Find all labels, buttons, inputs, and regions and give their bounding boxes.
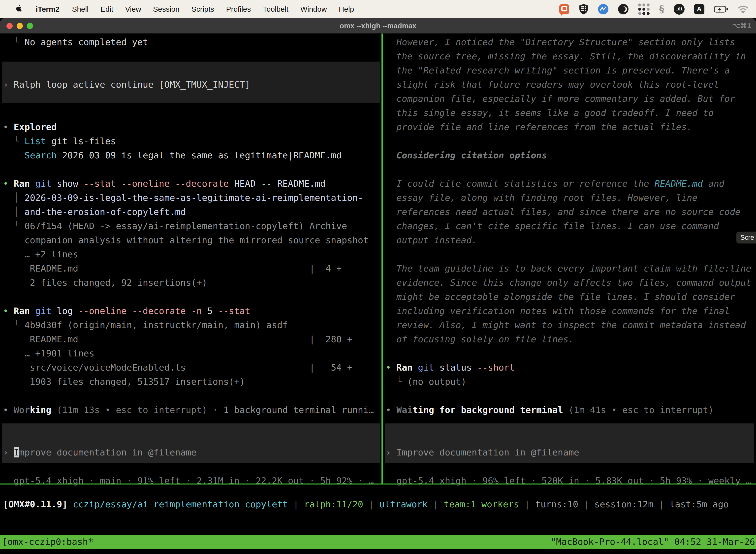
menu-item-iterm2[interactable]: iTerm2 <box>28 5 66 13</box>
terminal-line: └ 4b9d30f (origin/main, instructkr/main,… <box>3 318 381 332</box>
terminal-line: the source tree, missing the essay. Stil… <box>386 49 756 63</box>
menu-item-window[interactable]: Window <box>295 5 333 13</box>
terminal-line: … +2 lines <box>3 247 381 261</box>
terminal-line <box>386 134 756 148</box>
battery-charging-icon[interactable] <box>714 5 728 13</box>
pane-divider[interactable] <box>381 34 383 484</box>
terminal-line: README.md | 280 + <box>3 332 381 346</box>
terminal-line: › Improve documentation in @filename <box>386 445 756 459</box>
terminal-line: Considering citation options <box>386 148 756 162</box>
terminal-line: review. Also, I might want to inspect th… <box>386 318 756 332</box>
terminal-line: └ List git ls-files <box>3 134 381 148</box>
iterm-window: omx --xhigh --madmax ⌥⌘1 └ No agents com… <box>0 18 756 554</box>
menu-item-profiles[interactable]: Profiles <box>220 5 257 13</box>
terminal-area: └ No agents completed yet› Ralph loop ac… <box>0 34 756 554</box>
terminal-line <box>3 162 381 176</box>
terminal-line: • Explored <box>3 120 381 134</box>
terminal-line: 1903 files changed, 513517 insertions(+) <box>3 375 381 389</box>
terminal-line: [OMX#0.11.9] cczip/essay/ai-reimplementa… <box>3 497 729 511</box>
window-title: omx --xhigh --madmax <box>0 18 756 34</box>
terminal-line <box>386 389 756 403</box>
chat-app-icon[interactable] <box>559 4 569 14</box>
dots-grid-icon[interactable] <box>638 3 649 15</box>
pulse-app-icon[interactable] <box>598 4 609 14</box>
terminal-line: • Working (11m 13s • esc to interrupt) ·… <box>3 403 381 417</box>
tmux-session-label[interactable]: [omx-cczip0:bash* <box>2 535 93 549</box>
terminal-line <box>386 417 756 431</box>
terminal-line: this single essay, it seems like a good … <box>386 106 756 120</box>
terminal-line <box>386 162 756 176</box>
apple-icon <box>16 4 22 12</box>
terminal-line: provide file and line references from th… <box>386 120 756 134</box>
pane-bottom-border <box>0 484 756 485</box>
menu-item-scripts[interactable]: Scripts <box>186 5 220 13</box>
menu-item-help[interactable]: Help <box>333 5 360 13</box>
terminal-line <box>3 290 381 304</box>
terminal-line: output instead. <box>386 233 756 247</box>
menu-status-icons: § ..61 A <box>559 3 749 15</box>
terminal-line: • Ran git log --oneline --decorate -n 5 … <box>3 304 381 318</box>
shield-icon[interactable] <box>579 4 588 15</box>
moon-app-icon[interactable] <box>618 4 629 15</box>
terminal-line: companion file, especially if more comme… <box>386 92 756 106</box>
terminal-line: gpt-5.4 xhigh · main · 91% left · 2.31M … <box>3 474 381 488</box>
menu-item-view[interactable]: View <box>119 5 147 13</box>
s-curve-icon[interactable]: § <box>659 3 664 15</box>
terminal-line <box>386 247 756 261</box>
terminal-line: The team guideline is to back every impo… <box>386 261 756 276</box>
terminal-line: └ (no output) <box>386 375 756 389</box>
terminal-line: the "Related research writing" section i… <box>386 63 756 77</box>
terminal-line: README.md | 4 + <box>3 261 381 276</box>
terminal-line: references need actual files, and since … <box>386 205 756 219</box>
menu-bar: iTerm2 Shell Edit View Session Scripts P… <box>0 0 756 18</box>
terminal-line <box>3 459 381 474</box>
terminal-line: essay file, along with finding root file… <box>386 190 756 205</box>
terminal-line: src/voice/voiceModeEnabled.ts | 54 + <box>3 361 381 375</box>
window-shortcut-badge: ⌥⌘1 <box>732 18 751 34</box>
terminal-line <box>3 106 381 120</box>
right-pane[interactable]: However, I noticed the "Directory Struct… <box>386 35 756 488</box>
terminal-line <box>3 49 381 63</box>
terminal-line <box>386 431 756 445</box>
menu-item-session[interactable]: Session <box>147 5 186 13</box>
menu-item-edit[interactable]: Edit <box>94 5 119 13</box>
apple-menu[interactable] <box>10 4 28 14</box>
terminal-line: I could cite commit statistics or refere… <box>386 176 756 190</box>
terminal-line <box>3 63 381 77</box>
terminal-line: might be acceptable alongside the file l… <box>386 290 756 304</box>
badge-61-icon[interactable]: ..61 <box>674 4 685 15</box>
terminal-line <box>386 346 756 361</box>
terminal-line: 2 files changed, 92 insertions(+) <box>3 276 381 290</box>
terminal-line: However, I noticed the "Directory Struct… <box>386 35 756 49</box>
left-pane[interactable]: └ No agents completed yet› Ralph loop ac… <box>3 35 381 488</box>
terminal-line: Search 2026-03-09-is-legal-the-same-as-l… <box>3 148 381 162</box>
terminal-line: companion analysis without altering the … <box>3 233 381 247</box>
assistant-a-icon[interactable]: A <box>694 4 704 14</box>
menu-item-toolbelt[interactable]: Toolbelt <box>257 5 295 13</box>
terminal-line: of focusing solely on file lines. <box>386 332 756 346</box>
terminal-line: │ 2026-03-09-is-legal-the-same-as-legiti… <box>3 190 381 205</box>
tmux-status-bar: [omx-cczip0:bash* "MacBook-Pro-44.local"… <box>0 535 756 549</box>
terminal-line <box>3 417 381 431</box>
terminal-line <box>3 92 381 106</box>
terminal-line: • Ran git show --stat --oneline --decora… <box>3 176 381 190</box>
window-titlebar[interactable]: omx --xhigh --madmax ⌥⌘1 <box>0 18 756 34</box>
terminal-line: gpt-5.4 xhigh · 96% left · 520K in · 5.8… <box>386 474 756 488</box>
terminal-line: slight risk that future readers may over… <box>386 77 756 92</box>
terminal-line: └ No agents completed yet <box>3 35 381 49</box>
terminal-line: including verification notes with those … <box>386 304 756 318</box>
terminal-line: └ 067f154 (HEAD -> essay/ai-reimplementa… <box>3 219 381 233</box>
omx-status-bar: [OMX#0.11.9] cczip/essay/ai-reimplementa… <box>3 497 729 511</box>
terminal-line: • Waiting for background terminal (1m 41… <box>386 403 756 417</box>
screen-notification[interactable]: Scre <box>737 232 756 243</box>
terminal-line: evidence. Since this change only affects… <box>386 276 756 290</box>
terminal-line: … +1901 lines <box>3 346 381 361</box>
menu-item-shell[interactable]: Shell <box>66 5 94 13</box>
terminal-line <box>3 389 381 403</box>
terminal-line: › Improve documentation in @filename <box>3 445 381 459</box>
wifi-icon[interactable] <box>738 5 749 13</box>
terminal-line: changes, I can't cite specific file line… <box>386 219 756 233</box>
terminal-line: │ and-the-erosion-of-copyleft.md <box>3 205 381 219</box>
terminal-line: • Ran git status --short <box>386 361 756 375</box>
terminal-line <box>3 431 381 445</box>
